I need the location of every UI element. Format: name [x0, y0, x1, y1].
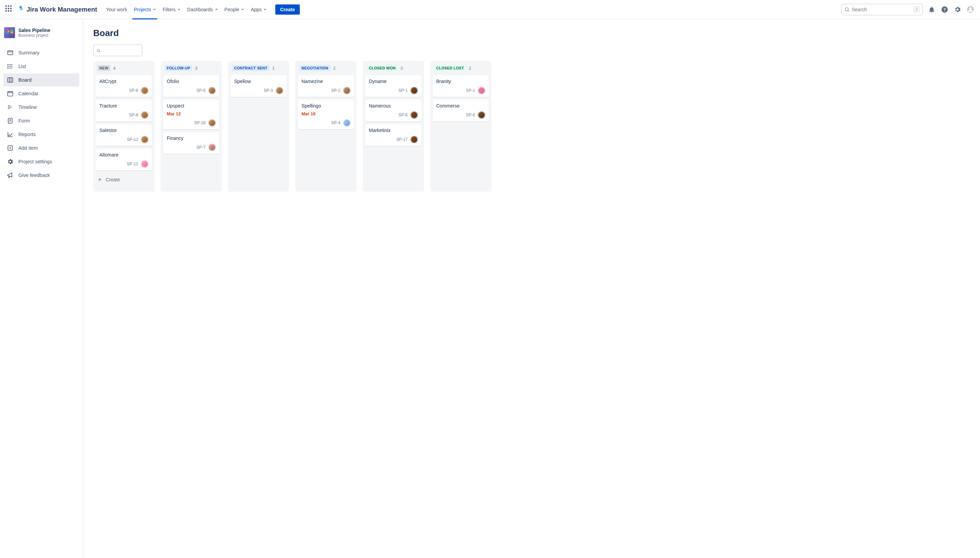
sidebar-item-give-feedback[interactable]: Give feedback — [3, 169, 79, 182]
notifications-icon[interactable] — [927, 5, 936, 14]
assignee-avatar[interactable] — [478, 111, 485, 119]
card-key: SP-3 — [264, 88, 273, 93]
column-header[interactable]: CLOSED WON3 — [366, 65, 421, 71]
svg-point-7 — [8, 66, 8, 67]
column-count: 2 — [333, 66, 335, 71]
column-new: NEW4AltCryptSP-8TractureSP-8SalestorSP-1… — [93, 61, 154, 192]
assignee-avatar[interactable] — [208, 87, 216, 94]
list-icon — [7, 63, 14, 70]
column-header[interactable]: CONTRACT SENT1 — [231, 65, 287, 71]
assignee-avatar[interactable] — [410, 111, 418, 119]
card-title: Branity — [436, 79, 485, 84]
board-search-input[interactable] — [103, 48, 139, 53]
nav-people[interactable]: People — [222, 4, 247, 15]
nav-filters[interactable]: Filters — [160, 4, 183, 15]
assignee-avatar[interactable] — [141, 160, 148, 168]
card-title: Spellingo — [302, 103, 350, 108]
chevron-down-icon — [177, 9, 181, 10]
product-name: Jira Work Management — [26, 6, 97, 13]
column-follow-up: FOLLOW-UP3OfolioSP-6UpspectMar 12SP-18Fi… — [161, 61, 222, 192]
assignee-avatar[interactable] — [208, 144, 216, 151]
column-header[interactable]: NEW4 — [96, 65, 152, 71]
board-card[interactable]: BranitySP-1 — [433, 75, 489, 97]
sidebar-item-project-settings[interactable]: Project settings — [3, 155, 79, 168]
sidebar-item-summary[interactable]: Summary — [3, 46, 79, 59]
card-due-date: Mar 16 — [302, 111, 350, 117]
sidebar-item-add-item[interactable]: Add item — [3, 141, 79, 154]
settings-icon[interactable] — [954, 5, 962, 14]
column-closed-lost: CLOSED LOST2BranitySP-1CommerseSP-6 — [430, 61, 491, 192]
board-card[interactable]: AltCryptSP-8 — [96, 75, 152, 97]
column-count: 1 — [272, 66, 274, 71]
column-title: NEGOTIATION — [299, 65, 330, 71]
board-card[interactable]: MarketinixSP-17 — [366, 124, 421, 146]
plus-icon: + — [98, 177, 102, 183]
sidebar-item-reports[interactable]: Reports — [3, 128, 79, 141]
board-card[interactable]: TractureSP-8 — [96, 100, 152, 121]
chevron-down-icon — [241, 9, 244, 10]
board-card[interactable]: SpellingoMar 16SP-4 — [298, 100, 354, 129]
assignee-avatar[interactable] — [141, 136, 148, 143]
profile-avatar-icon[interactable] — [966, 5, 975, 14]
assignee-avatar[interactable] — [208, 119, 216, 126]
assignee-avatar[interactable] — [141, 87, 148, 94]
nav-your-work[interactable]: Your work — [103, 4, 130, 15]
search-input[interactable] — [852, 7, 914, 12]
help-icon[interactable]: ? — [941, 5, 949, 14]
sidebar-item-form[interactable]: Form — [3, 114, 79, 127]
page-title: Board — [93, 28, 980, 38]
card-title: Dyname — [369, 79, 418, 84]
board-card[interactable]: NamerousSP-6 — [366, 100, 421, 121]
column-header[interactable]: NEGOTIATION2 — [298, 65, 354, 71]
create-button[interactable]: Create — [275, 5, 300, 15]
sidebar-item-label: Summary — [18, 50, 39, 56]
board-card[interactable]: SpellowSP-3 — [231, 75, 287, 97]
column-header[interactable]: FOLLOW-UP3 — [163, 65, 219, 71]
nav-dashboards[interactable]: Dashboards — [184, 4, 220, 15]
board-search[interactable] — [93, 44, 142, 56]
nav-apps[interactable]: Apps — [248, 4, 269, 15]
create-card-label: Create — [106, 177, 120, 182]
app-switcher-icon[interactable] — [5, 5, 14, 14]
card-key: SP-6 — [466, 113, 475, 117]
board-card[interactable]: OfolioSP-6 — [163, 75, 219, 97]
sidebar-item-list[interactable]: List — [3, 60, 79, 73]
assignee-avatar[interactable] — [478, 87, 485, 94]
sidebar-item-timeline[interactable]: Timeline — [3, 101, 79, 114]
column-count: 4 — [113, 66, 116, 71]
board-card[interactable]: CommerseSP-6 — [433, 100, 489, 121]
nav-projects[interactable]: Projects — [131, 4, 159, 15]
board-card[interactable]: UpspectMar 12SP-18 — [163, 100, 219, 129]
assignee-avatar[interactable] — [276, 87, 283, 94]
global-search[interactable]: / — [841, 4, 923, 15]
card-key: SP-8 — [129, 88, 138, 93]
chevron-down-icon — [264, 9, 266, 10]
column-header[interactable]: CLOSED LOST2 — [433, 65, 489, 71]
sidebar-item-board[interactable]: Board — [3, 74, 79, 87]
card-key: SP-7 — [196, 145, 205, 150]
product-logo[interactable]: Jira Work Management — [18, 5, 97, 14]
assignee-avatar[interactable] — [343, 119, 350, 126]
assignee-avatar[interactable] — [410, 87, 418, 94]
board-card[interactable]: FinancySP-7 — [163, 132, 219, 154]
card-title: Namerous — [369, 103, 418, 108]
assignee-avatar[interactable] — [141, 111, 148, 119]
add-item-icon — [7, 144, 14, 151]
board-card[interactable]: AltomareSP-12 — [96, 149, 152, 171]
project-header[interactable]: Sales Pipeline Business project — [3, 26, 79, 44]
assignee-avatar[interactable] — [410, 136, 418, 143]
chevron-down-icon — [215, 9, 218, 10]
board-card[interactable]: NamezineSP-2 — [298, 75, 354, 97]
sidebar-item-label: Board — [18, 77, 32, 83]
jira-logo-icon — [18, 5, 25, 13]
board-card[interactable]: SalestorSP-12 — [96, 124, 152, 146]
sidebar-item-label: Reports — [18, 132, 36, 137]
assignee-avatar[interactable] — [343, 87, 350, 94]
create-card-button[interactable]: +Create — [96, 173, 152, 185]
card-key: SP-17 — [396, 137, 408, 142]
sidebar-item-calendar[interactable]: Calendar — [3, 87, 79, 100]
column-title: CLOSED LOST — [434, 65, 466, 71]
card-key: SP-6 — [196, 88, 205, 93]
column-negotiation: NEGOTIATION2NamezineSP-2SpellingoMar 16S… — [295, 61, 356, 192]
board-card[interactable]: DynameSP-1 — [366, 75, 421, 97]
